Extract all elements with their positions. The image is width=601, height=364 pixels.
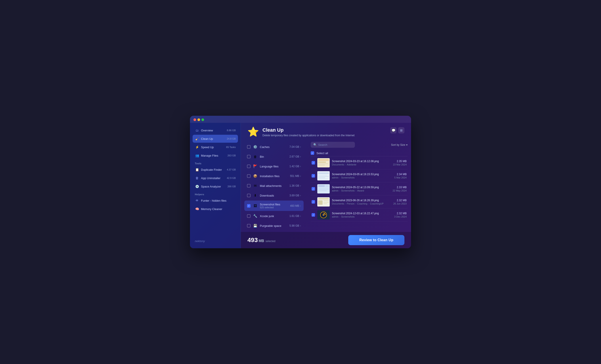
cat-checkbox-caches[interactable]: [247, 145, 250, 149]
select-all-row[interactable]: ✓ Select all: [311, 150, 408, 156]
cleanup-icon: 🧹: [195, 136, 199, 141]
category-caches[interactable]: ⚙️ Caches 7.04 GB ›: [244, 142, 304, 152]
file-name-f3: Screenshot 2024-05-22 at 13.09.59.png: [332, 186, 390, 189]
language-icon: 🚩: [253, 164, 258, 169]
file-list: ✓ Screensh: [311, 156, 408, 232]
category-xcode[interactable]: 🔧 Xcode junk 1.61 GB ›: [244, 211, 304, 221]
file-size-f3: 2.33 MB: [392, 186, 407, 189]
cat-checkbox-language[interactable]: [247, 164, 250, 168]
funter-icon: 👁: [195, 198, 199, 203]
sidebar-badge-space: 266 GB: [228, 185, 236, 188]
cat-checkbox-downloads[interactable]: [247, 194, 250, 197]
category-screenshots[interactable]: 🖼 Screenshot files 525 selected 493 MB ›: [244, 201, 304, 211]
files-toolbar: 🔍 Sort by Size ▾: [311, 141, 408, 150]
file-checkbox-f5[interactable]: ✓: [311, 213, 315, 217]
file-name-f1: Screenshot 2024-03-23 at 16.12.08.png: [332, 160, 391, 163]
grid-button[interactable]: ⊞: [398, 127, 404, 134]
search-icon: 🔍: [313, 143, 317, 146]
svg-rect-7: [318, 175, 327, 175]
cat-checkbox-screenshots[interactable]: [247, 204, 250, 208]
main-window: 🗂 Overview 8.86 GB 🧹 Clean Up 24.8 GB ⚡ …: [190, 116, 411, 248]
files-panel: 🔍 Sort by Size ▾ ✓ Select all: [307, 141, 411, 232]
traffic-lights: [193, 118, 204, 121]
file-name-f4: Screenshot 2023-06-26 at 18.26.39.png: [332, 199, 391, 202]
sort-button[interactable]: Sort by Size ▾: [391, 143, 408, 146]
search-input[interactable]: [318, 143, 352, 146]
close-button[interactable]: [193, 118, 196, 121]
sidebar-label-managefiles: Manage Files: [201, 154, 218, 157]
sidebar-footer: nektony: [193, 237, 238, 245]
sidebar-item-memory[interactable]: 🧠 Memory Cleaner: [193, 205, 238, 213]
cat-sub-screenshots: 525 selected: [260, 206, 290, 209]
svg-rect-20: [323, 200, 329, 201]
sidebar-item-cleanup[interactable]: 🧹 Clean Up 24.8 GB: [193, 135, 238, 143]
file-item-f4[interactable]: ✓: [311, 195, 408, 209]
file-item-f3[interactable]: ✓: [311, 182, 408, 195]
sidebar-item-duplicate[interactable]: 📋 Duplicate Finder 4.37 GB: [193, 166, 238, 174]
header-actions: 💬 ⊞: [390, 127, 404, 134]
file-date-f1: 23 Mar 2024: [393, 163, 407, 166]
category-bin[interactable]: 🗑 Bin 2.67 GB ›: [244, 152, 304, 161]
sidebar-item-uninstaller[interactable]: 🗑 App Uninstaller 42.9 GB: [193, 174, 238, 182]
category-purgeable[interactable]: 💾 Purgeable space 5.98 GB ›: [244, 221, 304, 230]
cat-size-caches: 7.04 GB: [290, 145, 299, 148]
maximize-button[interactable]: [201, 118, 204, 121]
overview-icon: 🗂: [195, 128, 199, 133]
svg-rect-15: [318, 189, 329, 190]
minimize-button[interactable]: [198, 118, 200, 121]
category-language[interactable]: 🚩 Language files 1.42 GB ›: [244, 162, 304, 171]
selected-label: selected: [266, 240, 276, 243]
review-cleanup-button[interactable]: Review to Clean Up: [348, 235, 404, 245]
xcode-icon: 🔧: [253, 214, 258, 219]
file-checkbox-f4[interactable]: ✓: [311, 200, 315, 204]
select-all-label: Select all: [316, 152, 328, 155]
cat-size-installation: 551 MB: [290, 174, 299, 178]
file-checkbox-f2[interactable]: ✓: [311, 174, 315, 178]
sidebar-item-funter[interactable]: 👁 Funter - hidden files: [193, 197, 238, 204]
svg-rect-10: [318, 179, 328, 179]
bin-icon: 🗑: [253, 154, 258, 159]
file-item-f5[interactable]: ✓ Screensh: [311, 209, 408, 221]
sidebar: 🗂 Overview 8.86 GB 🧹 Clean Up 24.8 GB ⚡ …: [190, 123, 241, 248]
sidebar-badge-managefiles: 263 GB: [228, 154, 236, 157]
select-all-checkbox[interactable]: ✓: [311, 151, 314, 155]
file-item-f2[interactable]: ✓: [311, 169, 408, 182]
file-info-f2: Screenshot 2024-03-05 at 19.15.53.png ad…: [332, 173, 392, 179]
cat-checkbox-bin[interactable]: [247, 155, 250, 158]
sidebar-item-managefiles[interactable]: 👥 Manage Files 263 GB: [193, 152, 238, 160]
file-meta-f3: 2.33 MB 22 May 2024: [392, 186, 407, 192]
svg-rect-16: [318, 190, 327, 191]
category-mail[interactable]: ✉ Mail attachments 1.36 GB ›: [244, 181, 304, 190]
category-installation[interactable]: 📦 Installation files 551 MB ›: [244, 171, 304, 181]
file-checkbox-f3[interactable]: ✓: [311, 187, 315, 191]
duplicate-icon: 📋: [195, 167, 199, 172]
sort-label: Sort by Size: [391, 143, 405, 146]
svg-rect-1: [318, 159, 329, 161]
cat-name-downloads: Downloads: [260, 194, 290, 197]
installation-arrow: ›: [300, 174, 301, 178]
file-item-f1[interactable]: ✓ Screensh: [311, 156, 408, 169]
file-size-f5: 2.32 MB: [394, 212, 407, 215]
cat-checkbox-xcode[interactable]: [247, 214, 250, 218]
nektony-logo: nektony: [195, 239, 205, 243]
title-bar: [190, 116, 411, 123]
sidebar-item-space[interactable]: 💿 Space Analyzer 266 GB: [193, 182, 238, 190]
cat-checkbox-purgeable[interactable]: [247, 224, 250, 228]
purgeable-icon: 💾: [253, 223, 258, 228]
category-downloads[interactable]: ⬇ Downloads 3.69 GB ›: [244, 191, 304, 200]
cat-name-language: Language files: [260, 165, 290, 168]
svg-rect-4: [318, 165, 325, 165]
file-thumb-f5: [317, 210, 330, 220]
sidebar-item-speedup[interactable]: ⚡ Speed Up 65 Tasks: [193, 143, 238, 151]
cat-checkbox-installation[interactable]: [247, 174, 250, 178]
file-info-f5: Screenshot 2024-12-03 at 16.22.47.png ad…: [332, 212, 392, 218]
installation-icon: 📦: [253, 174, 258, 178]
file-size-f1: 2.35 MB: [393, 160, 407, 163]
cat-checkbox-mail[interactable]: [247, 184, 250, 188]
screenshots-arrow: ›: [300, 204, 301, 207]
sidebar-item-overview[interactable]: 🗂 Overview 8.86 GB: [193, 126, 238, 134]
file-checkbox-f1[interactable]: ✓: [311, 161, 315, 164]
chat-button[interactable]: 💬: [390, 127, 396, 134]
cat-size-mail: 1.36 GB: [290, 184, 299, 187]
space-icon: 💿: [195, 184, 199, 189]
